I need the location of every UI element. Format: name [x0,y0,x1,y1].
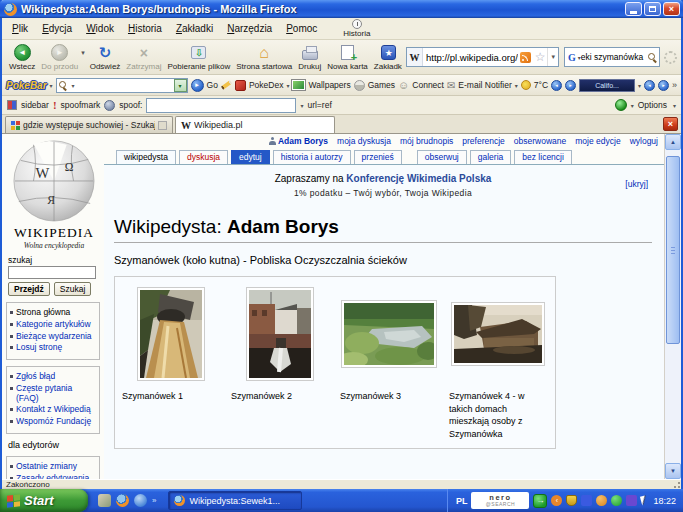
google-icon[interactable]: G [565,52,578,63]
quicklaunch-desktop-icon[interactable] [98,494,111,507]
link-zglos-blad[interactable]: Zgłoś błąd [16,372,55,382]
games-icon[interactable] [354,80,365,91]
connect-label[interactable]: Connect [412,80,444,90]
wallpapers-icon[interactable] [292,80,305,90]
pokebar-search-dropdown[interactable]: ▾ [174,79,187,92]
tab-galeria[interactable]: galeria [470,150,512,164]
pokedex-icon[interactable] [235,80,246,91]
url-text[interactable]: http://pl.wikipedia.org/wiki/Wikipe [423,52,518,63]
restore-button[interactable] [644,2,661,16]
menu-plik[interactable]: Plik [6,21,34,36]
minimize-button[interactable] [625,2,642,16]
close-tab-button[interactable]: × [663,117,678,131]
pokedex-caret[interactable]: ▾ [286,82,289,89]
pokebar-logo[interactable]: PokeBar [6,80,47,91]
spoof-status-caret[interactable]: ▾ [631,102,634,109]
link-ostatnie-zmiany[interactable]: Ostatnie zmiany [16,462,77,472]
quicklaunch-browser-icon[interactable] [134,494,147,507]
weather-icon[interactable] [521,80,531,90]
options-caret[interactable]: ▾ [673,102,676,109]
pokedex-label[interactable]: PokeDex [249,80,284,90]
menu-edycja[interactable]: Edycja [36,21,78,36]
email-notifier-icon[interactable]: ✉ [447,80,455,91]
sidebar-item-kontakt[interactable]: Kontakt z Wikipedią [10,405,97,415]
scroll-down-icon[interactable]: ▼ [665,463,681,479]
email-caret[interactable]: ▾ [515,82,518,89]
banner-conference-link[interactable]: Konferencję Wikimedia Polska [346,173,491,184]
stop-button[interactable]: × Zatrzymaj [123,43,164,71]
options-menu[interactable]: Options [638,100,667,110]
sidebar-item-wspomoz[interactable]: Wspomóż Fundację [10,417,97,427]
gallery-image-2[interactable] [246,287,314,381]
sidebar-item-faq[interactable]: Częste pytania (FAQ) [10,384,97,404]
home-button[interactable]: ⌂ Strona startowa [233,43,295,71]
tab-przenies[interactable]: przenieś [354,150,402,164]
player-stop-button[interactable]: ▸ [658,80,669,91]
nero-search-deskband[interactable]: nero @SEARCH [471,492,529,509]
tab-edytuj[interactable]: edytuj [231,150,270,164]
tab-wikipedysta[interactable]: wikipedysta [116,150,176,164]
menu-pomoc[interactable]: Pomoc [280,21,323,36]
nero-go-icon[interactable]: → [533,494,547,508]
link-obserwowane[interactable]: obserwowane [514,136,566,146]
player-caret[interactable]: ▾ [638,82,641,89]
start-button[interactable]: Start [0,489,88,512]
pencil-icon[interactable] [221,80,232,90]
email-notifier-label[interactable]: E-mail Notifier [458,80,511,90]
taskbar-clock[interactable]: 18:22 [653,496,676,506]
spoof-status-icon[interactable] [615,99,627,111]
sidebar-item-zglos[interactable]: Zgłoś błąd [10,372,97,382]
link-kontakt[interactable]: Kontakt z Wikipedią [16,405,91,415]
sidebar-item-kategorie[interactable]: Kategorie artykułów [10,320,97,330]
quicklaunch-overflow-chevron[interactable]: » [152,496,156,505]
player-volume-button[interactable]: ◂ [644,80,655,91]
web-search-box[interactable]: G ▾ [564,47,660,67]
player-play-button[interactable]: ▸ [565,80,576,91]
pokebar-logo-caret[interactable]: ▾ [50,82,53,89]
link-moje-edycje[interactable]: moje edycje [575,136,620,146]
downloads-button[interactable]: ⇩ Pobieranie plików [164,43,233,71]
tab1-close-icon[interactable] [158,121,167,130]
link-wydarzenia[interactable]: Bieżące wydarzenia [16,332,92,342]
pokebar-go-icon[interactable]: ▸ [191,79,204,92]
tab-obserwuj[interactable]: obserwuj [417,150,467,164]
link-wyloguj[interactable]: wyloguj [630,136,658,146]
tray-collapse-chevron-icon[interactable]: ‹ [551,495,562,506]
spoof-input-caret[interactable]: ▾ [300,102,303,109]
new-tab-button[interactable]: + Nowa karta [324,43,370,71]
gallery-image-4[interactable] [451,302,545,366]
link-wspomoz[interactable]: Wspomóż Fundację [16,417,91,427]
search-magnifier-icon[interactable] [648,53,656,61]
tab-google-search[interactable]: gdzie występuje suchowiej - Szukaj w ... [5,116,173,133]
messenger-icon[interactable] [611,495,622,506]
gallery-image-1[interactable] [137,287,205,381]
spoof-input[interactable] [146,98,296,113]
sidebar-item-strona-glowna[interactable]: Strona główna [10,308,97,318]
wikipedia-logo[interactable]: W Ω Я WIKIPEDIA Wolna encyklopedia [4,136,104,250]
pokebar-go-label[interactable]: Go [207,80,218,90]
sidebar-item-ostatnie[interactable]: Ostatnie zmiany [10,462,97,472]
link-moja-dyskusja[interactable]: moja dyskusja [337,136,391,146]
scroll-up-icon[interactable]: ▲ [665,134,681,150]
resize-grip[interactable] [671,481,681,489]
url-dropdown-caret[interactable]: ▾ [547,48,558,66]
scrollbar-thumb[interactable] [666,156,680,344]
user-link[interactable]: Adam Borys [269,136,328,146]
link-moj-brudnopis[interactable]: mój brudnopis [400,136,453,146]
url-bar[interactable]: W http://pl.wikipedia.org/wiki/Wikipe ☆ … [406,47,559,67]
link-kategorie[interactable]: Kategorie artykułów [16,320,91,330]
player-prev-button[interactable]: ◂ [551,80,562,91]
history-dropdown-caret[interactable]: ▾ [81,49,85,57]
sidebar-item-losuj[interactable]: Losuj stronę [10,343,97,353]
tab-historia-i-autorzy[interactable]: historia i autorzy [273,150,351,164]
link-strona-glowna[interactable]: Strona główna [16,308,70,318]
link-faq[interactable]: Częste pytania (FAQ) [16,384,97,404]
go-button[interactable]: Przejdź [8,282,50,296]
bookmark-star-icon[interactable]: ☆ [535,50,546,64]
bookmarks-button[interactable]: ★ Zakładki [371,43,402,71]
menu-widok[interactable]: Widok [80,21,120,36]
sidebar-toggle-icon[interactable] [7,100,17,110]
spoofmark-icon[interactable]: ! [53,99,57,111]
language-indicator[interactable]: PL [456,496,468,506]
banner-hide-link[interactable]: [ukryj] [625,179,648,189]
